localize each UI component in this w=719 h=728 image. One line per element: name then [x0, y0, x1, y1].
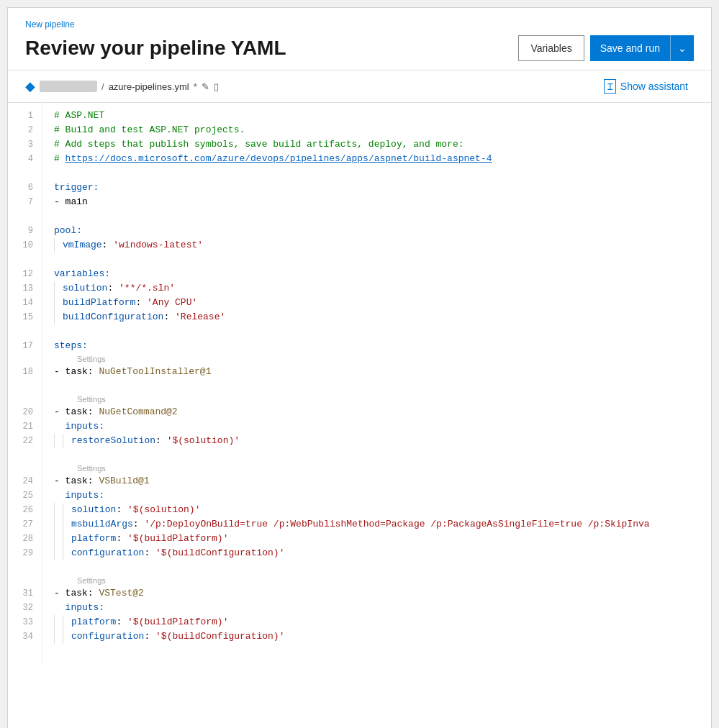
line-number: 21 [8, 419, 42, 434]
code-line: trigger: [54, 181, 711, 195]
code-line: inputs: [54, 488, 711, 503]
line-number [8, 575, 42, 586]
variables-button[interactable]: Variables [518, 35, 584, 61]
line-number: 20 [8, 405, 42, 419]
line-number: 4 [8, 152, 42, 166]
line-number: 26 [8, 503, 42, 517]
code-line: restoreSolution: '$(solution)' [54, 434, 711, 448]
line-number [8, 209, 42, 224]
code-line [54, 560, 711, 575]
save-and-run-chevron-icon[interactable]: ⌄ [671, 42, 694, 54]
header-section: New pipeline Review your pipeline YAML V… [8, 8, 711, 70]
save-and-run-button[interactable]: Save and run ⌄ [590, 35, 694, 61]
line-number: 9 [8, 224, 42, 238]
line-number: 18 [8, 365, 42, 379]
code-lines[interactable]: # ASP.NET# Build and test ASP.NET projec… [42, 103, 711, 664]
line-number: 10 [8, 238, 42, 252]
line-number: 31 [8, 586, 42, 601]
line-number: 6 [8, 181, 42, 195]
code-line: buildPlatform: 'Any CPU' [54, 296, 711, 310]
code-line: inputs: [54, 419, 711, 434]
file-name: azure-pipelines.yml [109, 81, 189, 92]
show-assistant-button[interactable]: ⌶ Show assistant [598, 76, 694, 96]
code-line: msbuildArgs: '/p:DeployOnBuild=true /p:W… [54, 517, 711, 532]
line-number [8, 324, 42, 339]
code-line [54, 448, 711, 463]
settings-label[interactable]: Settings [54, 353, 711, 365]
code-line: # https://docs.microsoft.com/azure/devop… [54, 152, 711, 166]
settings-label[interactable]: Settings [54, 575, 711, 586]
devops-icon: ◆ [25, 78, 35, 94]
editor-section[interactable]: 1234679101213141517182021222425262728293… [8, 103, 711, 728]
line-number [8, 393, 42, 405]
code-line [54, 324, 711, 339]
line-number: 17 [8, 339, 42, 353]
line-number: 15 [8, 310, 42, 324]
line-number [8, 560, 42, 575]
file-icon-edit[interactable]: ✎ [202, 81, 209, 92]
code-editor: 1234679101213141517182021222425262728293… [8, 103, 711, 664]
toolbar-section: ◆ / azure-pipelines.yml * ✎ ▯ ⌶ Show ass… [8, 70, 711, 103]
line-number: 1 [8, 109, 42, 123]
repo-name[interactable] [40, 81, 97, 92]
line-number [8, 644, 42, 658]
file-modified-marker: * [194, 81, 197, 92]
file-icon-copy[interactable]: ▯ [214, 81, 219, 92]
line-number: 28 [8, 532, 42, 546]
code-line: - task: VSTest@2 [54, 586, 711, 601]
code-line: - task: VSBuild@1 [54, 474, 711, 488]
code-line: - task: NuGetToolInstaller@1 [54, 365, 711, 379]
code-line [54, 379, 711, 393]
code-line: platform: '$(buildPlatform)' [54, 532, 711, 546]
code-line: buildConfiguration: 'Release' [54, 310, 711, 324]
line-number: 22 [8, 434, 42, 448]
code-line: # ASP.NET [54, 109, 711, 123]
line-number: 14 [8, 296, 42, 310]
line-number: 27 [8, 517, 42, 532]
line-number [8, 463, 42, 474]
line-number: 25 [8, 488, 42, 503]
page-title: Review your pipeline YAML [25, 37, 286, 60]
code-line [54, 166, 711, 181]
main-container: New pipeline Review your pipeline YAML V… [7, 7, 712, 728]
line-number [8, 379, 42, 393]
line-numbers: 1234679101213141517182021222425262728293… [8, 103, 42, 664]
save-and-run-label: Save and run [590, 35, 671, 61]
code-line: platform: '$(buildPlatform)' [54, 615, 711, 629]
line-number: 13 [8, 281, 42, 296]
line-number: 32 [8, 601, 42, 615]
code-line: solution: '**/*.sln' [54, 281, 711, 296]
breadcrumb[interactable]: New pipeline [25, 19, 694, 29]
code-line: # Build and test ASP.NET projects. [54, 123, 711, 137]
file-path: ◆ / azure-pipelines.yml * ✎ ▯ [25, 78, 219, 94]
code-line [54, 209, 711, 224]
settings-label[interactable]: Settings [54, 393, 711, 405]
header-row: Review your pipeline YAML Variables Save… [25, 35, 694, 61]
settings-label[interactable]: Settings [54, 463, 711, 474]
line-number: 34 [8, 629, 42, 644]
line-number [8, 448, 42, 463]
line-number [8, 166, 42, 181]
show-assistant-label: Show assistant [620, 81, 688, 92]
code-line [54, 252, 711, 267]
code-line: variables: [54, 267, 711, 281]
line-number: 29 [8, 546, 42, 560]
code-line: solution: '$(solution)' [54, 503, 711, 517]
code-line: steps: [54, 339, 711, 353]
line-number [8, 252, 42, 267]
code-line: pool: [54, 224, 711, 238]
assistant-icon: ⌶ [604, 79, 615, 94]
path-separator: / [101, 81, 104, 92]
code-line [54, 644, 711, 658]
line-number: 12 [8, 267, 42, 281]
line-number: 2 [8, 123, 42, 137]
code-line: - main [54, 195, 711, 209]
line-number: 33 [8, 615, 42, 629]
line-number: 24 [8, 474, 42, 488]
header-actions: Variables Save and run ⌄ [518, 35, 694, 61]
code-line: - task: NuGetCommand@2 [54, 405, 711, 419]
code-line: configuration: '$(buildConfiguration)' [54, 546, 711, 560]
line-number [8, 353, 42, 365]
code-line: # Add steps that publish symbols, save b… [54, 137, 711, 152]
code-line: configuration: '$(buildConfiguration)' [54, 629, 711, 644]
